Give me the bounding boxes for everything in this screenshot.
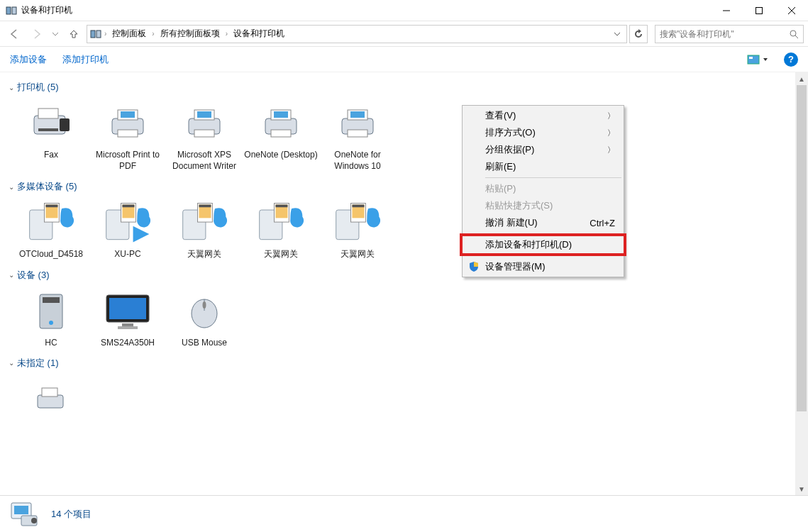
device-item[interactable]: OneNote (Desktop) bbox=[243, 98, 319, 176]
device-item[interactable]: XU-PC bbox=[89, 197, 166, 264]
section-title: 未指定 (1) bbox=[17, 357, 59, 370]
maximize-button[interactable] bbox=[743, 0, 775, 21]
content-area: ⌄打印机 (5)FaxMicrosoft Print to PDFMicroso… bbox=[0, 72, 808, 477]
search-icon[interactable] bbox=[789, 29, 799, 39]
device-label: OTCloud_D4518 bbox=[19, 248, 83, 260]
device-item[interactable]: HC bbox=[13, 286, 89, 353]
recent-dropdown[interactable] bbox=[50, 25, 61, 43]
search-box[interactable] bbox=[655, 25, 804, 43]
items-row: OTCloud_D4518XU-PC天翼网关天翼网关天翼网关 bbox=[6, 197, 808, 264]
device-item[interactable]: OTCloud_D4518 bbox=[13, 197, 89, 264]
menu-item[interactable]: 排序方式(O)〉 bbox=[464, 124, 622, 141]
add-device-link[interactable]: 添加设备 bbox=[10, 53, 47, 66]
scroll-up-button[interactable]: ▲ bbox=[795, 72, 808, 85]
menu-separator bbox=[485, 233, 621, 234]
menu-separator bbox=[485, 177, 621, 178]
vertical-scrollbar[interactable]: ▲ ▼ bbox=[795, 72, 808, 495]
menu-item[interactable]: 查看(V)〉 bbox=[464, 107, 622, 124]
svg-rect-31 bbox=[348, 130, 367, 137]
svg-rect-0 bbox=[6, 7, 11, 14]
menu-item-label: 粘贴快捷方式(S) bbox=[485, 199, 553, 212]
svg-rect-7 bbox=[96, 31, 101, 38]
device-item[interactable]: USB Mouse bbox=[166, 286, 243, 353]
back-button[interactable] bbox=[4, 25, 24, 43]
chevron-down-icon: ⌄ bbox=[9, 84, 14, 92]
scroll-down-button[interactable]: ▼ bbox=[795, 482, 808, 495]
device-item[interactable]: Fax bbox=[13, 98, 89, 176]
section-header[interactable]: ⌄设备 (3) bbox=[6, 265, 808, 286]
section-header[interactable]: ⌄多媒体设备 (5) bbox=[6, 176, 808, 197]
device-item[interactable]: SMS24A350H bbox=[89, 286, 166, 353]
svg-rect-10 bbox=[748, 55, 759, 64]
svg-rect-53 bbox=[43, 297, 60, 303]
status-icon bbox=[7, 500, 43, 528]
device-icon bbox=[179, 290, 230, 333]
search-input[interactable] bbox=[660, 29, 789, 39]
device-label: Microsoft XPS Document Writer bbox=[167, 149, 241, 172]
menu-item-label: 设备管理器(M) bbox=[485, 260, 546, 273]
chevron-right-icon: 〉 bbox=[607, 111, 615, 121]
device-icon bbox=[102, 290, 153, 333]
address-icon bbox=[90, 28, 101, 40]
device-item[interactable]: Microsoft XPS Document Writer bbox=[166, 98, 243, 176]
section-header[interactable]: ⌄打印机 (5) bbox=[6, 77, 808, 98]
menu-separator bbox=[485, 255, 621, 256]
svg-line-9 bbox=[795, 35, 798, 38]
menu-item-label: 添加设备和打印机(D) bbox=[485, 238, 572, 251]
menu-item: 粘贴(P) bbox=[464, 180, 622, 197]
refresh-button[interactable] bbox=[629, 25, 648, 43]
chevron-right-icon: › bbox=[104, 30, 106, 38]
help-button[interactable]: ? bbox=[784, 52, 798, 67]
svg-point-54 bbox=[49, 321, 53, 325]
chevron-right-icon: › bbox=[226, 30, 228, 38]
chevron-right-icon: › bbox=[152, 30, 154, 38]
menu-item[interactable]: 刷新(E) bbox=[464, 158, 622, 175]
device-item[interactable]: OneNote for Windows 10 bbox=[319, 98, 396, 176]
device-icon bbox=[179, 201, 230, 244]
device-label: USB Mouse bbox=[182, 337, 227, 348]
status-bar: 14 个项目 bbox=[0, 495, 808, 532]
device-item[interactable]: 天翼网关 bbox=[319, 197, 396, 264]
svg-rect-57 bbox=[122, 323, 133, 326]
svg-rect-63 bbox=[42, 388, 57, 397]
menu-item-label: 粘贴(P) bbox=[485, 182, 516, 195]
device-item[interactable]: Microsoft Print to PDF bbox=[89, 98, 166, 176]
device-icon bbox=[26, 290, 77, 333]
device-label: OneNote (Desktop) bbox=[244, 149, 317, 160]
chevron-down-icon: ⌄ bbox=[9, 271, 14, 279]
svg-rect-22 bbox=[197, 111, 211, 118]
menu-item[interactable]: 分组依据(P)〉 bbox=[464, 141, 622, 158]
chevron-right-icon: 〉 bbox=[607, 128, 615, 138]
menu-item[interactable]: 撤消 新建(U)Ctrl+Z bbox=[464, 214, 622, 231]
address-dropdown[interactable] bbox=[611, 31, 624, 38]
svg-rect-23 bbox=[194, 130, 214, 137]
close-button[interactable] bbox=[775, 0, 808, 21]
up-button[interactable] bbox=[64, 25, 84, 43]
forward-button[interactable] bbox=[27, 25, 47, 43]
svg-rect-30 bbox=[350, 111, 365, 118]
device-item[interactable]: 天翼网关 bbox=[243, 197, 319, 264]
svg-rect-39 bbox=[122, 205, 134, 208]
breadcrumb-item[interactable]: 控制面板 bbox=[109, 26, 149, 41]
menu-item[interactable]: 设备管理器(M) bbox=[464, 258, 622, 275]
device-item[interactable]: 天翼网关 bbox=[166, 197, 243, 264]
menu-item[interactable]: 添加设备和打印机(D) bbox=[464, 236, 622, 253]
breadcrumb-item[interactable]: 所有控制面板项 bbox=[157, 26, 223, 41]
items-row: HCSMS24A350HUSB Mouse bbox=[6, 286, 808, 353]
menu-item-label: 撤消 新建(U) bbox=[485, 216, 538, 229]
scrollbar-thumb[interactable] bbox=[797, 85, 807, 411]
titlebar: 设备和打印机 bbox=[0, 0, 808, 21]
device-item[interactable] bbox=[13, 374, 89, 429]
device-icon bbox=[179, 102, 230, 145]
device-icon bbox=[255, 201, 306, 244]
section-header[interactable]: ⌄未指定 (1) bbox=[6, 353, 808, 374]
items-row bbox=[6, 374, 808, 429]
svg-rect-3 bbox=[756, 7, 763, 13]
breadcrumb-item[interactable]: 设备和打印机 bbox=[231, 26, 287, 41]
navbar: › 控制面板 › 所有控制面板项 › 设备和打印机 bbox=[0, 21, 808, 47]
minimize-button[interactable] bbox=[710, 0, 743, 21]
address-bar[interactable]: › 控制面板 › 所有控制面板项 › 设备和打印机 bbox=[87, 25, 627, 43]
add-printer-link[interactable]: 添加打印机 bbox=[62, 53, 109, 66]
device-icon bbox=[26, 378, 77, 421]
view-mode-button[interactable] bbox=[747, 55, 768, 65]
